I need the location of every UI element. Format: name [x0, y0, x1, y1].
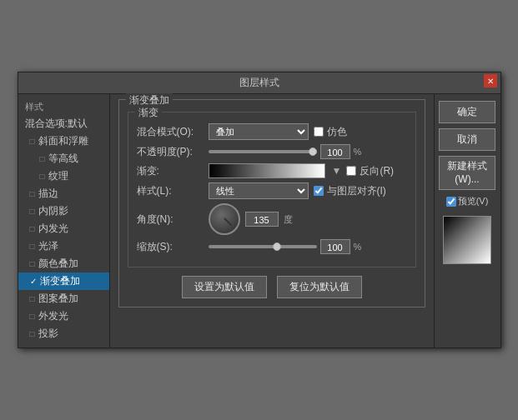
preview-label: 预览(V) — [458, 195, 489, 208]
set-default-button[interactable]: 设置为默认值 — [182, 276, 267, 298]
reverse-checkbox[interactable] — [346, 166, 356, 176]
angle-row: 角度(N): 135 度 — [137, 203, 407, 235]
angle-unit: 度 — [284, 213, 293, 226]
button-row: 设置为默认值 复位为默认值 — [128, 276, 416, 298]
dither-label: 仿色 — [327, 125, 347, 139]
preview-label-row: 预览(V) — [446, 195, 489, 208]
satin-item[interactable]: 光泽 — [18, 238, 109, 255]
scale-slider[interactable] — [209, 245, 317, 248]
opacity-unit: % — [354, 147, 362, 157]
new-style-button[interactable]: 新建样式(W)... — [439, 156, 495, 190]
blend-mode-label: 混合模式(O): — [137, 125, 204, 139]
sub-group-title: 渐变 — [135, 106, 162, 120]
blend-mode-row: 混合模式(O): 叠加 正常 溶解 柔光 强光 仿色 — [137, 123, 407, 140]
cancel-button[interactable]: 取消 — [439, 128, 495, 151]
pattern-overlay-item[interactable]: 图案叠加 — [18, 290, 109, 308]
outer-glow-item[interactable]: 外发光 — [18, 308, 109, 325]
color-overlay-item[interactable]: 颜色叠加 — [18, 255, 109, 272]
reverse-checkbox-row: 反向(R) — [346, 164, 394, 178]
gradient-preview-bar[interactable] — [209, 163, 325, 178]
style-select[interactable]: 线性 径向 角度 对称 菱形 — [209, 182, 309, 199]
right-panel: 确定 取消 新建样式(W)... 预览(V) — [434, 94, 500, 348]
opacity-slider-container: 100 % — [209, 144, 407, 159]
title-bar: 图层样式 ✕ — [18, 72, 500, 94]
scale-unit: % — [354, 242, 362, 252]
gradient-overlay-group: 渐变叠加 渐变 混合模式(O): 叠加 正常 溶解 柔光 强光 — [118, 99, 425, 308]
left-panel: 样式 混合选项:默认 斜面和浮雕 等高线 纹理 描边 内阴影 内发光 — [18, 94, 110, 348]
contour-item[interactable]: 等高线 — [18, 150, 109, 168]
style-label: 样式(L): — [137, 184, 204, 198]
bevel-emboss-item[interactable]: 斜面和浮雕 — [18, 132, 109, 150]
stroke-item[interactable]: 描边 — [18, 185, 109, 202]
close-button[interactable]: ✕ — [484, 74, 497, 88]
gradient-overlay-item[interactable]: 渐变叠加 — [18, 272, 109, 290]
gradient-label: 渐变: — [137, 164, 204, 178]
scale-value: 100 — [320, 239, 350, 254]
align-checkbox[interactable] — [314, 186, 324, 196]
inner-shadow-item[interactable]: 内阴影 — [18, 202, 109, 220]
dial-knob — [209, 203, 240, 235]
scale-row: 缩放(S): 100 % — [137, 239, 407, 254]
blend-mode-select[interactable]: 叠加 正常 溶解 柔光 强光 — [209, 123, 309, 140]
angle-value: 135 — [245, 212, 279, 227]
styles-section-title: 样式 — [18, 99, 109, 115]
scale-slider-container: 100 % — [209, 239, 407, 254]
opacity-label: 不透明度(P): — [137, 145, 204, 159]
opacity-value: 100 — [320, 144, 350, 159]
dialog-title: 图层样式 — [239, 77, 279, 88]
preview-box — [443, 216, 491, 264]
align-checkbox-row: 与图层对齐(I) — [314, 184, 386, 198]
preview-checkbox[interactable] — [446, 197, 456, 207]
texture-item[interactable]: 纹理 — [18, 168, 109, 185]
dither-checkbox[interactable] — [314, 127, 324, 137]
dither-checkbox-row: 仿色 — [314, 125, 347, 139]
gradient-row: 渐变: ▼ 反向(R) — [137, 163, 407, 178]
dial-line — [224, 218, 232, 226]
middle-panel: 渐变叠加 渐变 混合模式(O): 叠加 正常 溶解 柔光 强光 — [110, 94, 434, 348]
inner-glow-item[interactable]: 内发光 — [18, 220, 109, 238]
reset-default-button[interactable]: 复位为默认值 — [277, 276, 362, 298]
blend-options-item[interactable]: 混合选项:默认 — [18, 115, 109, 132]
style-row: 样式(L): 线性 径向 角度 对称 菱形 与图层对齐(I) — [137, 182, 407, 199]
layer-style-dialog: 图层样式 ✕ 样式 混合选项:默认 斜面和浮雕 等高线 纹理 描边 内阴影 — [18, 72, 501, 348]
ok-button[interactable]: 确定 — [439, 101, 495, 123]
gradient-sub-group: 渐变 混合模式(O): 叠加 正常 溶解 柔光 强光 — [128, 112, 416, 268]
opacity-row: 不透明度(P): 100 % — [137, 144, 407, 159]
angle-dial[interactable] — [209, 203, 240, 235]
scale-label: 缩放(S): — [137, 240, 204, 254]
drop-shadow-item[interactable]: 投影 — [18, 325, 109, 342]
angle-label: 角度(N): — [137, 212, 204, 227]
gradient-dropdown-arrow[interactable]: ▼ — [332, 165, 342, 177]
opacity-slider[interactable] — [209, 150, 317, 153]
align-label: 与图层对齐(I) — [327, 184, 386, 198]
reverse-label: 反向(R) — [360, 164, 394, 178]
